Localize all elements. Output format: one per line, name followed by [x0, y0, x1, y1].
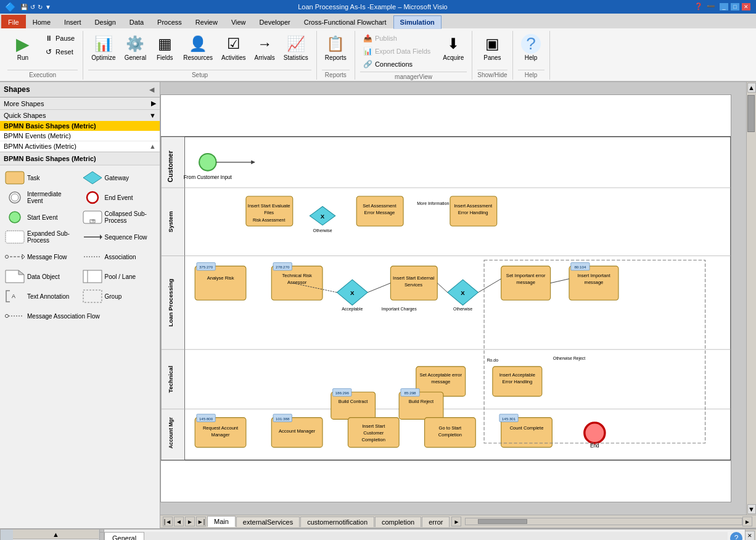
group-item[interactable]: Group [83, 289, 155, 304]
start-event-icon [5, 210, 25, 225]
tab-error[interactable]: error [422, 517, 450, 527]
reset-icon: ↺ [44, 47, 54, 57]
ribbon-content: ▶ Run ⏸ Pause ↺ Reset Execution [0, 28, 756, 81]
message-flow-item[interactable]: Message Flow [5, 249, 78, 264]
tab-process[interactable]: Process [150, 15, 189, 28]
collapsed-subprocess-item[interactable]: Collapsed Sub-Process [83, 210, 155, 225]
run-button[interactable]: ▶ Run [7, 32, 38, 63]
export-button[interactable]: 📊 Export Data Fields [360, 45, 433, 57]
bpmn-basic-category[interactable]: BPMN Basic Shapes (Metric) [0, 121, 160, 131]
gateway-shape-item[interactable]: Gateway [83, 170, 155, 185]
message-association-flow-item[interactable]: Message Association Flow [5, 309, 155, 323]
run-label: Run [17, 54, 28, 61]
tabs-scrollbar[interactable] [465, 518, 742, 525]
save-quickbtn[interactable]: 💾 [20, 4, 28, 10]
association-item[interactable]: Association [83, 249, 155, 264]
data-object-item[interactable]: Data Object [5, 269, 78, 284]
activities-button[interactable]: ☑ Activities [218, 32, 249, 63]
window-controls[interactable]: ❓ ➖ _ □ ✕ [694, 2, 751, 11]
undo-quickbtn[interactable]: ↺ [30, 4, 35, 10]
minimize-button[interactable]: _ [719, 2, 729, 11]
pool-lane-icon [83, 269, 102, 284]
shapes-title-label: Shapes [4, 85, 30, 94]
resize-handle[interactable] [99, 530, 104, 540]
customize-quickbtn[interactable]: ▼ [45, 4, 51, 10]
tab-more-btn[interactable]: ► [451, 517, 461, 526]
expanded-subprocess-icon [5, 230, 25, 244]
tab-view[interactable]: View [224, 15, 253, 28]
intermediate-event-item[interactable]: Intermediate Event [5, 190, 78, 205]
scroll-down-btn[interactable]: ▼ [747, 504, 756, 514]
help-label: Help [525, 54, 538, 61]
tab-completion[interactable]: completion [375, 517, 421, 527]
connections-button[interactable]: 🔗 Connections [360, 58, 433, 70]
pause-button[interactable]: ⏸ Pause [41, 32, 78, 44]
tab-nav-last[interactable]: ►| [196, 517, 206, 526]
tabs-scroll-right[interactable]: ► [742, 517, 752, 526]
redo-quickbtn[interactable]: ↻ [38, 4, 43, 10]
tab-insert[interactable]: Insert [57, 15, 88, 28]
optimize-button[interactable]: 📊 Optimize [88, 32, 118, 63]
tab-design[interactable]: Design [88, 15, 123, 28]
end-event-item[interactable]: End Event [83, 190, 155, 205]
info-button[interactable]: ? [730, 532, 742, 540]
tab-main[interactable]: Main [207, 516, 236, 527]
more-shapes-section: More Shapes ▶ [0, 98, 160, 110]
tab-cross-functional[interactable]: Cross-Functional Flowchart [297, 15, 393, 28]
scroll-thumb[interactable] [747, 95, 755, 132]
tab-customer-notification[interactable]: customernotification [300, 517, 374, 527]
sim-tab-general[interactable]: General [104, 532, 144, 540]
publish-button[interactable]: 📤 Publish [360, 32, 433, 44]
general-button[interactable]: ⚙️ General [121, 32, 150, 63]
acquire-button[interactable]: ⬇ Acquire [440, 32, 467, 63]
diagram-canvas[interactable]: ▲ ▼ [160, 82, 756, 515]
panes-button[interactable]: ▣ Panes [479, 32, 505, 63]
task-shape-item[interactable]: Task [5, 170, 78, 185]
bottom-panel-close-btn[interactable]: ✕ [745, 531, 755, 540]
sim-scroll-up[interactable]: ▲ [13, 530, 99, 539]
tab-nav-next[interactable]: ► [185, 517, 195, 526]
ribbon-group-execution: ▶ Run ⏸ Pause ↺ Reset Execution [2, 31, 83, 80]
quick-access-toolbar[interactable]: 🔷 💾 ↺ ↻ ▼ [5, 2, 51, 12]
tab-nav-first[interactable]: |◄ [163, 517, 173, 526]
restore-button[interactable]: □ [730, 2, 740, 11]
statistics-button[interactable]: 📈 Statistics [281, 32, 311, 63]
quick-shapes-header[interactable]: Quick Shapes ▼ [0, 110, 160, 121]
arrivals-button[interactable]: → Arrivals [252, 32, 278, 63]
tab-external-services[interactable]: externalServices [236, 517, 300, 527]
tab-data[interactable]: Data [123, 15, 150, 28]
start-event-item[interactable]: Start Event [5, 210, 78, 225]
tab-home[interactable]: Home [26, 15, 57, 28]
pool-lane-item[interactable]: Pool / Lane [83, 269, 155, 284]
reports-button[interactable]: 📋 Reports [322, 32, 350, 63]
message-flow-icon [5, 249, 25, 264]
sequence-flow-item[interactable]: Sequence Flow [83, 230, 155, 244]
fields-button[interactable]: ▦ Fields [152, 32, 178, 63]
expanded-subprocess-item[interactable]: Expanded Sub-Process [5, 230, 78, 244]
bpmn-events-category[interactable]: BPMN Events (Metric) [0, 131, 160, 141]
sidebar-collapse-btn[interactable]: ◄ [147, 85, 156, 94]
svg-text:X: X [321, 213, 325, 220]
reset-button[interactable]: ↺ Reset [41, 46, 78, 58]
more-shapes-header[interactable]: More Shapes ▶ [0, 98, 160, 109]
help-button[interactable]: ? Help [518, 32, 544, 63]
close-button[interactable]: ✕ [741, 2, 751, 11]
tab-simulation[interactable]: Simulation [393, 15, 442, 29]
canvas-area: ▲ ▼ [160, 82, 756, 528]
bpmn-activities-category[interactable]: BPMN Activities (Metric)▲ [0, 141, 160, 152]
tab-file[interactable]: File [1, 15, 26, 28]
tab-nav-prev[interactable]: ◄ [174, 517, 184, 526]
svg-text:message: message [585, 280, 604, 285]
vertical-scrollbar[interactable]: ▲ ▼ [746, 82, 756, 515]
minimize-icon[interactable]: ➖ [707, 2, 715, 11]
tabs-scrollbar-thumb[interactable] [478, 519, 527, 524]
svg-text:End: End [590, 443, 599, 449]
tab-review[interactable]: Review [189, 15, 224, 28]
resources-button[interactable]: 👤 Resources [180, 32, 216, 63]
help-icon[interactable]: ❓ [694, 2, 703, 11]
svg-rect-22 [83, 290, 102, 302]
tab-developer[interactable]: Developer [253, 15, 297, 28]
svg-text:A: A [12, 293, 15, 299]
scroll-up-btn[interactable]: ▲ [747, 83, 756, 93]
text-annotation-item[interactable]: A Text Annotation [5, 289, 78, 304]
